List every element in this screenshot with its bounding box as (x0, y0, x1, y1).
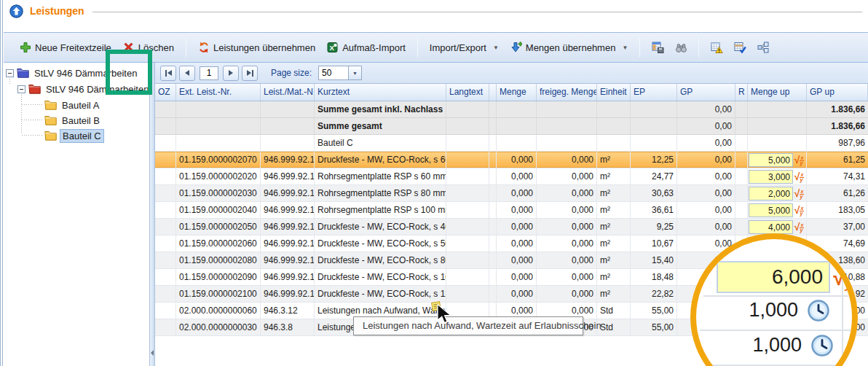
cell: 946.999.92.18 (261, 286, 315, 302)
column-header-GP up[interactable]: GP up (807, 84, 868, 101)
page-size-select[interactable]: 50 ▼ (318, 66, 362, 80)
table-row[interactable]: 01.159.0000002040946.999.92.12Rohrsegmen… (155, 202, 868, 219)
svg-text:X: X (330, 44, 335, 52)
next-page-button[interactable] (223, 66, 239, 81)
toolbar-separator (417, 38, 418, 57)
table-row[interactable]: Summe gesamt0,001.836,66 (155, 118, 868, 135)
cell: Summe gesamt (315, 118, 446, 134)
formula-icon[interactable]: √xy (793, 221, 805, 233)
column-header-spacer[interactable] (489, 84, 497, 101)
table-row[interactable]: Summe gesamt inkl. Nachlass0,001.836,66 (155, 101, 868, 118)
menge-up-input[interactable]: 4,000 (749, 220, 793, 234)
magnified-menge-up-value: 1,000 (711, 299, 798, 322)
apply-services-button[interactable]: Leistungen übernehmen (192, 39, 321, 56)
table-row[interactable]: 01.159.0000002030946.999.92.11.Rohrsegme… (155, 185, 868, 202)
formula-icon[interactable]: √xy (793, 154, 805, 166)
cell (489, 185, 497, 201)
tree-item-label[interactable]: Bauteil A (60, 99, 101, 112)
cell: 0,000 (497, 185, 537, 201)
cell: 946.3.8 (261, 319, 315, 335)
column-header-Langtext[interactable]: Langtext (446, 84, 489, 101)
toolbar-separator (639, 38, 640, 57)
tree-collapse-toggle[interactable] (6, 69, 14, 77)
grid-check-button[interactable] (730, 39, 749, 56)
tree-collapse-toggle[interactable] (17, 85, 25, 93)
grid-warning-icon (711, 42, 723, 53)
cell: 946.999.92.16 (261, 252, 315, 268)
column-header-Menge up[interactable]: Menge up (748, 84, 807, 101)
cell (489, 252, 497, 268)
menge-up-cell: 2,000√xy (748, 185, 807, 201)
column-header-EP[interactable]: EP (631, 84, 677, 101)
table-row[interactable]: 01.159.0000002020946.999.92.10Rohrsegmen… (155, 168, 868, 185)
page-number-input[interactable] (200, 66, 218, 80)
menge-up-input[interactable]: 5,000 (749, 153, 793, 167)
table-row[interactable]: 01.159.0000002050946.999.92.13Druckfeste… (155, 219, 868, 235)
cell: 55,00 (631, 303, 677, 319)
cell: 24,77 (631, 168, 677, 184)
cell: m² (597, 168, 631, 184)
cell: 0,00 (677, 152, 735, 168)
cell: m² (597, 286, 631, 302)
cell: 0,000 (497, 269, 537, 285)
cell (489, 219, 497, 235)
tree-item-label[interactable]: Bauteil C (60, 129, 104, 143)
collapse-up-icon[interactable] (9, 4, 23, 18)
cell: 0,000 (497, 235, 537, 252)
table-row[interactable]: 01.159.0000002070946.999.92.15.Druckfest… (155, 152, 868, 168)
formula-icon[interactable]: √xy (793, 171, 805, 182)
toolbar-separator (698, 38, 699, 57)
cell (537, 101, 597, 117)
cell: 0,000 (537, 252, 597, 268)
formula-icon[interactable]: √xy (793, 204, 805, 216)
column-header-OZ[interactable]: OZ (155, 84, 176, 101)
first-page-button[interactable] (160, 66, 176, 81)
folder-icon (28, 84, 41, 94)
apply-quantities-button[interactable]: Mengen übernehmen▼ (505, 39, 634, 56)
cell (748, 118, 807, 134)
column-header-Ext. Leist.-Nr.[interactable]: Ext. Leist.-Nr. (176, 84, 261, 101)
column-header-Einheit[interactable]: Einheit (597, 84, 631, 101)
cell: Std (597, 303, 631, 319)
column-header-freigeg. Menge[interactable]: freigeg. Menge (537, 84, 597, 101)
menge-up-input[interactable]: 2,000 (749, 187, 793, 200)
cell: Druckfeste - MW, ECO-Rock, s 120 m (315, 286, 446, 302)
tree-grid-button[interactable] (754, 39, 773, 56)
tree-item-bauteil-b[interactable]: Bauteil B (44, 113, 102, 128)
grid-warning-button[interactable] (707, 39, 726, 56)
table-row[interactable]: Bauteil C0,00987,96 (155, 135, 868, 152)
tree-item-label[interactable]: Bauteil B (60, 114, 102, 127)
cell: 30,63 (631, 185, 677, 201)
aufmass-import-button[interactable]: XAufmaß-Import (321, 39, 411, 56)
menge-up-input[interactable]: 3,000 (749, 170, 793, 184)
last-page-button[interactable] (242, 66, 258, 81)
gp-up-cell: 1.836,66 (807, 101, 868, 117)
cell (261, 135, 315, 151)
column-header-Menge[interactable]: Menge (497, 84, 537, 101)
cell (489, 286, 497, 302)
search-button[interactable] (671, 39, 690, 56)
column-header-Leist./Mat.-N[interactable]: Leist./Mat.-N (261, 84, 315, 101)
import-export-button[interactable]: Import/Export▼ (424, 39, 505, 56)
tree-item-bauteil-c[interactable]: Bauteil C (44, 128, 104, 143)
cell: 0,000 (537, 219, 597, 235)
cell (631, 101, 677, 117)
cell (735, 101, 748, 117)
grid-save-button[interactable] (648, 39, 667, 56)
menge-up-input[interactable]: 5,000 (749, 203, 793, 217)
previous-page-button[interactable] (179, 66, 195, 81)
cell: 02.000.0000000060 (176, 303, 261, 319)
cell (155, 101, 176, 117)
cell: 02.000.0000000030 (176, 319, 261, 335)
panel-splitter[interactable] (149, 63, 155, 366)
tree-item-bauteil-a[interactable]: Bauteil A (44, 98, 101, 112)
new-freetext-row-button[interactable]: Neue Freitextzeile (14, 39, 117, 56)
excel-icon: X (327, 42, 339, 53)
chevron-down-icon[interactable]: ▼ (349, 66, 362, 80)
cell: m² (597, 185, 631, 201)
cell (155, 202, 176, 218)
column-header-GP[interactable]: GP (677, 84, 735, 101)
column-header-Kurztext[interactable]: Kurztext (315, 84, 446, 101)
column-header-R[interactable]: R (735, 84, 748, 101)
formula-icon[interactable]: √xy (793, 187, 805, 199)
